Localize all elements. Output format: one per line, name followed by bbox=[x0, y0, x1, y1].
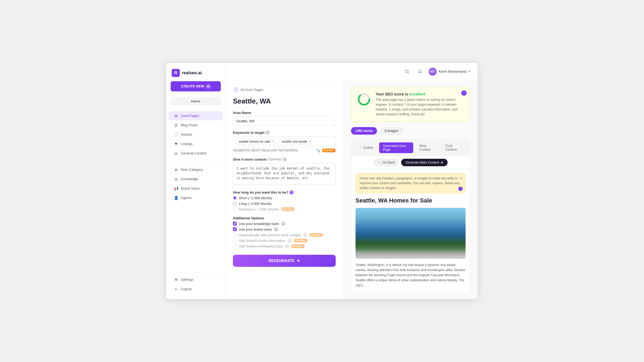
articles-icon: 📄 bbox=[174, 132, 178, 137]
seo-score-title: Your SEO score is excellent bbox=[376, 92, 464, 96]
sidebar-divider bbox=[171, 161, 221, 162]
avatar: KB bbox=[429, 68, 437, 76]
general-icon: ◎ bbox=[174, 151, 178, 156]
go-back-button[interactable]: ← Go Back bbox=[374, 159, 399, 166]
sidebar-item-label: Brand Voice bbox=[181, 186, 200, 190]
tab-generated[interactable]: Generated Area Page bbox=[379, 142, 413, 153]
pro-badge-walkscore: Pro Plan bbox=[291, 244, 305, 248]
tab-final[interactable]: Final Content bbox=[442, 142, 466, 153]
option-brand-voice-label: Use your brand voice bbox=[239, 227, 272, 231]
words-stat[interactable]: 1492 words bbox=[351, 127, 377, 135]
context-help-icon[interactable]: ? bbox=[283, 157, 287, 161]
additional-options-section: Additional Options Use your knowledge ba… bbox=[233, 216, 336, 248]
area-name-input[interactable] bbox=[233, 116, 336, 126]
sidebar-item-logout[interactable]: ⎋ Logout bbox=[169, 284, 223, 293]
seo-score-value: excellent bbox=[409, 92, 425, 96]
create-new-button[interactable]: CREATE NEW + bbox=[171, 81, 221, 91]
generate-meta-button[interactable]: Generate Meta Content ⊕ bbox=[401, 159, 447, 166]
sidebar-item-label: General Content bbox=[181, 151, 206, 155]
sidebar-item-new-category[interactable]: ⊕ New Category bbox=[169, 165, 223, 174]
hero-image bbox=[356, 208, 466, 259]
logout-icon: ⎋ bbox=[174, 287, 178, 291]
keyword-input-row: 🔍 Pro Plan bbox=[233, 149, 336, 153]
additional-options-label: Additional Options bbox=[233, 216, 336, 220]
sidebar-item-label: Knowledge bbox=[181, 177, 198, 181]
regenerate-label: REGENERATE bbox=[269, 258, 294, 263]
sidebar-item-articles[interactable]: 📄 Articles bbox=[169, 130, 223, 139]
tabs-actions: ← Go Back Generate Meta Content ⊕ bbox=[351, 156, 470, 169]
pro-badge-stock: Pro Plan bbox=[309, 233, 323, 237]
content-preview: Seattle, WA Homes for Sale Seattle, Wash… bbox=[351, 197, 470, 293]
keyword-remove-1[interactable]: ✕ bbox=[272, 140, 274, 143]
go-back-label: Go Back bbox=[382, 161, 395, 164]
sidebar-item-agents[interactable]: 👤 Agents bbox=[169, 193, 223, 202]
length-section: How long do you want this to be? ? Short… bbox=[233, 190, 336, 211]
sidebar-item-blog-posts[interactable]: ☰ Blog Posts bbox=[169, 121, 223, 130]
back-link[interactable]: ← All Area Pages bbox=[233, 87, 336, 93]
sidebar-item-knowledge[interactable]: ◎ Knowledge bbox=[169, 175, 223, 184]
length-long[interactable]: Long (~3,000 Words) bbox=[233, 202, 336, 206]
option-knowledge-bank[interactable]: Use your knowledge bank ? bbox=[233, 222, 336, 226]
tab-outline[interactable]: ✓ Outline bbox=[356, 144, 377, 151]
length-max: Maximum (~7,500 Words) Pro Plan bbox=[233, 207, 336, 211]
left-panel: ← All Area Pages Seattle, WA Area Name K… bbox=[225, 80, 343, 299]
regenerate-button[interactable]: REGENERATE ✦ bbox=[233, 255, 336, 267]
create-new-label: CREATE NEW bbox=[181, 84, 204, 88]
logo-text: realseo.ai bbox=[182, 71, 202, 75]
seo-help-icon[interactable]: ? bbox=[461, 90, 467, 96]
content-area: ← All Area Pages Seattle, WA Area Name K… bbox=[225, 80, 478, 299]
length-help-icon[interactable]: ? bbox=[290, 190, 294, 194]
keywords-section: Keywords to target ? seattle homes for s… bbox=[233, 131, 336, 153]
search-button[interactable] bbox=[403, 67, 411, 76]
context-textarea[interactable]: I want to include the job market of seat… bbox=[233, 163, 336, 184]
hint-close-button[interactable]: ✕ bbox=[459, 175, 463, 181]
sidebar-item-label: Blog Posts bbox=[181, 123, 197, 127]
sidebar-item-general-content[interactable]: ◎ General Content bbox=[169, 149, 223, 158]
seo-score-desc: This area page has a great chance of ran… bbox=[376, 97, 464, 117]
hint-bar: Hover over any headers, paragraphs, or i… bbox=[356, 173, 466, 193]
images-stat[interactable]: 0 images bbox=[380, 127, 402, 135]
option-knowledge-bank-label: Use your knowledge bank bbox=[239, 222, 279, 226]
back-link-text: All Area Pages bbox=[240, 88, 263, 92]
tab-meta[interactable]: Meta Content bbox=[415, 142, 440, 153]
settings-icon: ⚙ bbox=[174, 277, 178, 282]
pro-badge-keywords: Pro Plan bbox=[322, 149, 336, 152]
user-name: Kevin Boroumand bbox=[439, 69, 466, 73]
keyword-tag-1: seattle homes for sale ✕ bbox=[236, 139, 277, 145]
content-text: Seattle, Washington, is a vibrant city t… bbox=[356, 263, 466, 288]
chevron-down-icon: ▾ bbox=[469, 70, 470, 73]
area-name-label: Area Name bbox=[233, 111, 336, 115]
stats-row: 1492 words 0 images bbox=[351, 127, 470, 135]
sidebar-item-area-pages[interactable]: ⊞ Area Pages bbox=[169, 111, 223, 120]
keywords-container[interactable]: seattle homes for sale ✕ seattle real es… bbox=[233, 136, 336, 147]
sidebar-item-brand-voice[interactable]: 📢 Brand Voice bbox=[169, 184, 223, 193]
option-walkscore-label: Add Walkscore/Nearby Data bbox=[239, 244, 283, 248]
search-icon: 🔍 bbox=[316, 149, 320, 153]
walkscore-help-icon: ? bbox=[285, 244, 289, 248]
length-short[interactable]: Short (~1,500 Words) bbox=[233, 196, 336, 200]
notification-button[interactable] bbox=[416, 67, 424, 76]
keywords-help-icon[interactable]: ? bbox=[266, 131, 270, 135]
user-menu[interactable]: KB Kevin Boroumand ▾ bbox=[429, 68, 470, 76]
context-section: Give it more context (Optional) ? I want… bbox=[233, 157, 336, 190]
generate-meta-label: Generate Meta Content bbox=[405, 161, 439, 164]
option-stock-images-label: Automatically add relevant stock images bbox=[239, 233, 301, 237]
hint-help-icon[interactable]: ? bbox=[458, 187, 463, 191]
sidebar-item-listings[interactable]: ⚑ Listings bbox=[169, 139, 223, 149]
keyword-input[interactable] bbox=[233, 149, 314, 152]
keyword-remove-2[interactable]: ✕ bbox=[309, 140, 311, 143]
sidebar-item-settings[interactable]: ⚙ Settings bbox=[169, 275, 223, 284]
logo: R realseo.ai bbox=[166, 63, 225, 81]
area-name-field: Area Name bbox=[233, 111, 336, 131]
sidebar-item-label: New Category bbox=[181, 168, 203, 172]
seo-donut-chart bbox=[357, 92, 371, 107]
brand-voice-help-icon[interactable]: ? bbox=[274, 227, 278, 231]
tab-final-label: Final Content bbox=[445, 144, 462, 152]
option-brand-voice[interactable]: Use your brand voice ? bbox=[233, 227, 336, 231]
sidebar-item-label: Listings bbox=[181, 142, 193, 146]
option-greatschools: Add GreatSchools Information ? Pro Plan bbox=[233, 239, 336, 243]
sidebar-item-label: Settings bbox=[181, 278, 193, 282]
length-long-label: Long (~3,000 Words) bbox=[239, 202, 272, 206]
knowledge-bank-help-icon[interactable]: ? bbox=[281, 222, 285, 226]
home-button[interactable]: Home bbox=[171, 97, 221, 106]
